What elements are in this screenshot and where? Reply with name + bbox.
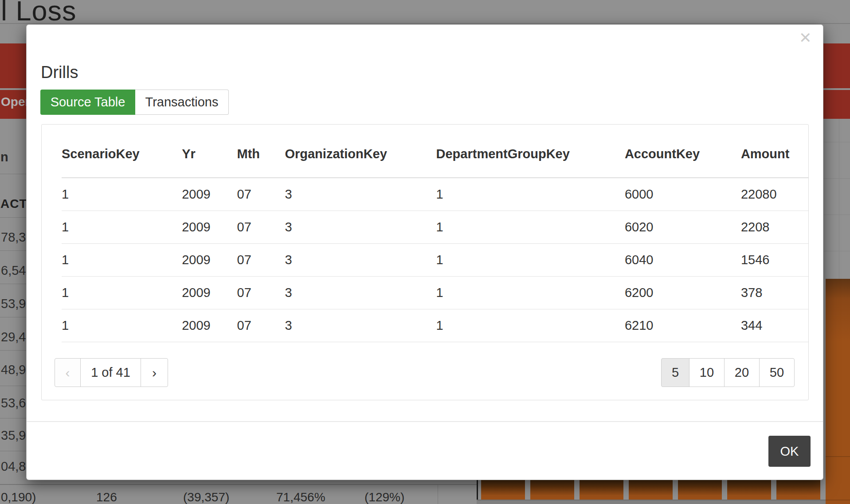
table-border (438, 485, 438, 504)
page-size-5[interactable]: 5 (661, 358, 689, 387)
chart-bar (530, 479, 574, 500)
column-header: Yr (182, 125, 237, 178)
table-cell: 1 (62, 309, 182, 342)
table-row: 1200907316200378 (62, 277, 808, 309)
table-border (0, 484, 478, 485)
footer-divider (27, 421, 823, 422)
table-cell: 3 (285, 211, 436, 244)
table-cell: 1 (62, 244, 182, 277)
column-header-fragment: n (0, 150, 8, 164)
table-cell: 07 (237, 277, 285, 309)
table-cell: 1 (436, 244, 625, 277)
chart-bar (776, 479, 820, 500)
table-cell: 2009 (182, 309, 237, 342)
column-header: Mth (237, 125, 285, 178)
background-cell-value: 0,190) (1, 490, 36, 504)
table-cell: 2009 (182, 211, 237, 244)
table-cell: 6200 (625, 277, 741, 309)
table-cell: 1 (62, 211, 182, 244)
row-header-fragment: ACT (0, 197, 27, 211)
chart-bar (678, 479, 722, 500)
column-header: Amount (741, 125, 808, 178)
table-cell: 1 (436, 211, 625, 244)
close-icon[interactable]: ✕ (799, 30, 812, 45)
table-cell: 378 (741, 277, 808, 309)
ok-button[interactable]: OK (768, 436, 811, 467)
background-cell-value: (39,357) (183, 490, 229, 504)
chart-bar-tall (826, 279, 850, 504)
table-cell: 3 (285, 178, 436, 211)
table-cell: 1 (62, 277, 182, 309)
table-container: ScenarioKeyYrMthOrganizationKeyDepartmen… (41, 124, 809, 400)
chart-bar (629, 479, 673, 500)
table-cell: 07 (237, 211, 285, 244)
table-cell: 3 (285, 277, 436, 309)
page: l Loss Oper n ACT 78,36,54753,9129,4248,… (0, 0, 850, 504)
page-size-10[interactable]: 10 (689, 358, 725, 387)
table-cell: 1546 (741, 244, 808, 277)
table-cell: 1 (436, 309, 625, 342)
background-cell-value: (129%) (364, 490, 404, 504)
column-header: DepartmentGroupKey (436, 125, 625, 178)
table-row: 12009073160401546 (62, 244, 808, 277)
table-cell: 07 (237, 309, 285, 342)
table-row: 120090731600022080 (62, 178, 808, 211)
chart-bar (727, 479, 771, 500)
table-cell: 2009 (182, 178, 237, 211)
tab-transactions[interactable]: Transactions (135, 90, 229, 115)
chart-gridline (839, 119, 839, 279)
drill-tabs: Source TableTransactions (40, 90, 229, 115)
prev-page-button[interactable]: ‹ (55, 358, 81, 387)
chart-bar (580, 479, 623, 500)
table-cell: 22080 (741, 178, 808, 211)
table-cell: 6000 (625, 178, 741, 211)
heading-divider (0, 23, 850, 24)
table-cell: 07 (237, 178, 285, 211)
table-cell: 07 (237, 244, 285, 277)
page-size-20[interactable]: 20 (724, 358, 760, 387)
background-cell-value: 126 (96, 490, 117, 504)
table-cell: 2208 (741, 211, 808, 244)
chart-baseline (477, 500, 850, 504)
table-cell: 2009 (182, 244, 237, 277)
drills-modal: ✕ Drills Source TableTransactions Scenar… (26, 24, 823, 480)
page-heading: l Loss (1, 0, 77, 27)
table-cell: 1 (436, 178, 625, 211)
column-header: ScenarioKey (62, 125, 182, 178)
table-cell: 3 (285, 309, 436, 342)
source-table: ScenarioKeyYrMthOrganizationKeyDepartmen… (62, 125, 808, 342)
table-cell: 6040 (625, 244, 741, 277)
table-cell: 2009 (182, 277, 237, 309)
column-header: OrganizationKey (285, 125, 436, 178)
table-cell: 1 (436, 277, 625, 309)
column-header: AccountKey (625, 125, 741, 178)
table-cell: 344 (741, 309, 808, 342)
chart-axis (477, 478, 478, 500)
banner-tab-label: Oper (1, 95, 30, 109)
page-indicator: 1 of 41 (80, 358, 141, 387)
page-size-selector: 5102050 (661, 358, 795, 387)
tab-source-table[interactable]: Source Table (40, 90, 135, 115)
next-page-button[interactable]: › (141, 358, 168, 387)
table-row: 12009073160202208 (62, 211, 808, 244)
background-cell-value: 71,456% (276, 490, 325, 504)
table-cell: 6210 (625, 309, 741, 342)
table-cell: 3 (285, 244, 436, 277)
background-cell-value: 78,3 (1, 230, 26, 245)
page-size-50[interactable]: 50 (759, 358, 795, 387)
table-row: 1200907316210344 (62, 309, 808, 342)
pagination: ‹1 of 41› (55, 358, 168, 387)
table-cell: 1 (62, 178, 182, 211)
modal-title: Drills (41, 62, 78, 82)
chart-bar (481, 479, 525, 500)
table-cell: 6020 (625, 211, 741, 244)
